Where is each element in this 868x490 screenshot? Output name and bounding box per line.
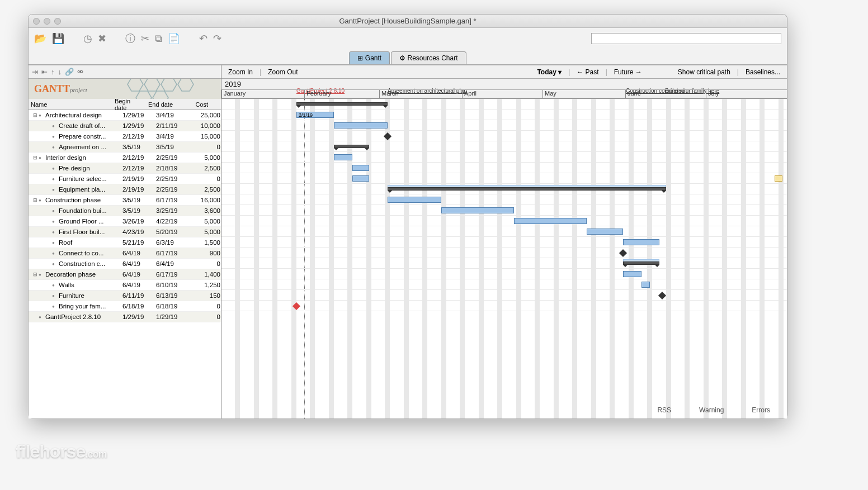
open-icon[interactable]: 📂 <box>34 32 46 45</box>
zoom-button[interactable] <box>54 18 61 25</box>
summary-bar[interactable] <box>296 102 388 106</box>
task-bar[interactable] <box>441 207 514 213</box>
task-list[interactable]: ⊟●Architectural design1/29/193/4/1925,00… <box>29 110 221 418</box>
task-row[interactable]: ⊟●Construction phase3/5/196/17/1916,000 <box>29 195 221 206</box>
today-button[interactable]: Today ▾ <box>530 68 568 76</box>
baselines-button[interactable]: Baselines... <box>739 68 787 76</box>
task-name: Architectural design <box>44 112 122 118</box>
task-row[interactable]: ●Create draft of...1/29/192/11/1910,000 <box>29 121 221 131</box>
task-row[interactable]: ●Foundation bui...3/5/193/25/193,600 <box>29 206 221 216</box>
task-row[interactable]: ●Bring your fam...6/18/196/18/190 <box>29 301 221 312</box>
task-bar[interactable] <box>514 218 587 224</box>
milestone-marker[interactable] <box>658 292 666 299</box>
task-row[interactable]: ⊟●Decoration phase6/4/196/17/191,400 <box>29 269 221 280</box>
chart-row <box>221 237 787 248</box>
close-button[interactable] <box>33 18 40 25</box>
zoom-in-button[interactable]: Zoom In <box>221 68 260 76</box>
task-row[interactable]: ●Walls6/4/196/10/191,250 <box>29 280 221 291</box>
column-headers: Name Begin date End date Cost <box>29 99 221 110</box>
note-icon[interactable] <box>775 175 782 182</box>
task-bar[interactable] <box>623 271 641 277</box>
task-bar[interactable] <box>587 229 623 235</box>
col-name[interactable]: Name <box>29 101 112 108</box>
task-row[interactable]: ⊟●Interior design2/12/192/25/195,000 <box>29 153 221 163</box>
task-row[interactable]: ●Ground Floor ...3/26/194/22/195,000 <box>29 216 221 227</box>
task-name: Foundation bui... <box>58 207 122 214</box>
chart-row <box>221 205 787 216</box>
undo-icon[interactable]: ↶ <box>199 32 207 45</box>
move-up-icon[interactable]: ↑ <box>51 68 55 76</box>
tab-gantt[interactable]: ⊞ Gantt <box>349 51 390 64</box>
link-icon[interactable]: 🔗 <box>65 68 74 76</box>
future-button[interactable]: Future → <box>607 68 649 76</box>
task-row[interactable]: ●Furniture selec...2/19/192/25/190 <box>29 174 221 184</box>
minimize-button[interactable] <box>44 18 50 25</box>
task-row[interactable]: ●Pre-design2/12/192/18/192,500 <box>29 163 221 174</box>
summary-bar[interactable] <box>388 187 666 191</box>
col-cost[interactable]: Cost <box>180 101 210 108</box>
month-label: January <box>221 90 246 98</box>
task-bar[interactable]: 2/1/19 <box>296 112 334 118</box>
col-end[interactable]: End date <box>146 101 180 108</box>
clock-icon[interactable]: ◷ <box>83 32 92 45</box>
task-row[interactable]: ⊟●Architectural design1/29/193/4/1925,00… <box>29 110 221 121</box>
titlebar: GanttProject [HouseBuildingSample.gan] * <box>29 15 787 28</box>
milestone-marker[interactable] <box>293 302 300 310</box>
info-icon[interactable]: ⓘ <box>125 32 135 45</box>
indent-icon[interactable]: ⇥ <box>32 68 38 76</box>
critical-path-button[interactable]: Show critical path <box>671 68 737 76</box>
copy-icon[interactable]: ⧉ <box>155 33 162 45</box>
warning-link[interactable]: Warning <box>699 406 724 414</box>
task-bar[interactable] <box>352 175 369 182</box>
task-row[interactable]: ●Construction c...6/4/196/4/190 <box>29 259 221 269</box>
unlink-icon[interactable]: ⚮ <box>77 68 83 76</box>
task-name: Furniture selec... <box>58 175 122 182</box>
chart-row <box>221 290 787 301</box>
watermark: filehorse.com <box>16 441 106 462</box>
search-input[interactable] <box>591 33 781 44</box>
task-row[interactable]: ●Connect to co...6/4/196/17/19900 <box>29 248 221 259</box>
task-name: Roof <box>58 239 122 246</box>
errors-link[interactable]: Errors <box>752 406 770 414</box>
task-bar[interactable] <box>623 239 659 245</box>
chart-row: 2/1/19 <box>221 110 787 120</box>
task-row[interactable]: ●Equipment pla...2/19/192/25/192,500 <box>29 184 221 195</box>
gantt-chart-pane: Zoom In | Zoom Out Today ▾ | ← Past | Fu… <box>221 65 787 418</box>
milestone-marker[interactable] <box>384 132 391 140</box>
chart-row <box>221 163 787 173</box>
past-button[interactable]: ← Past <box>570 68 605 76</box>
cut-icon[interactable]: ✂ <box>141 32 149 45</box>
task-row[interactable]: ●Prepare constr...2/12/193/4/1915,000 <box>29 131 221 142</box>
task-bar[interactable] <box>334 122 388 129</box>
gantt-chart-body[interactable]: 2/1/19 <box>221 99 787 418</box>
zoom-out-button[interactable]: Zoom Out <box>261 68 304 76</box>
redo-icon[interactable]: ↷ <box>213 32 221 45</box>
svg-marker-0 <box>128 79 143 91</box>
outdent-icon[interactable]: ⇤ <box>41 68 48 76</box>
task-row[interactable]: ●First Floor buil...4/23/195/20/195,000 <box>29 227 221 237</box>
tab-resources[interactable]: ⚙ Resources Chart <box>391 51 466 64</box>
timeline-header: 2019 GanttProject 2.8.10Agreement on arc… <box>221 79 787 99</box>
delete-icon[interactable]: ✖ <box>98 32 106 45</box>
chart-row <box>221 120 787 131</box>
task-bar[interactable] <box>641 282 650 288</box>
save-icon[interactable]: 💾 <box>52 32 64 45</box>
move-down-icon[interactable]: ↓ <box>58 68 62 76</box>
task-row[interactable]: ●Roof5/21/196/3/191,500 <box>29 237 221 248</box>
task-bar[interactable] <box>388 197 441 203</box>
paste-icon[interactable]: 📄 <box>168 32 180 45</box>
chart-row <box>221 301 787 311</box>
task-row[interactable]: ●Agreement on ...3/5/193/5/190 <box>29 142 221 153</box>
summary-bar[interactable] <box>334 145 369 148</box>
col-begin[interactable]: Begin date <box>112 98 146 111</box>
milestone-marker[interactable] <box>619 249 627 257</box>
task-bar[interactable] <box>334 154 352 160</box>
task-bar[interactable] <box>352 165 369 171</box>
window-title: GanttProject [HouseBuildingSample.gan] * <box>61 17 754 25</box>
chart-row <box>221 258 787 269</box>
summary-bar[interactable] <box>623 261 659 265</box>
task-row[interactable]: ●GanttProject 2.8.101/29/191/29/190 <box>29 312 221 322</box>
task-name: Bring your fam... <box>58 303 122 310</box>
task-row[interactable]: ●Furniture6/11/196/13/19150 <box>29 291 221 301</box>
rss-link[interactable]: RSS <box>657 406 671 414</box>
